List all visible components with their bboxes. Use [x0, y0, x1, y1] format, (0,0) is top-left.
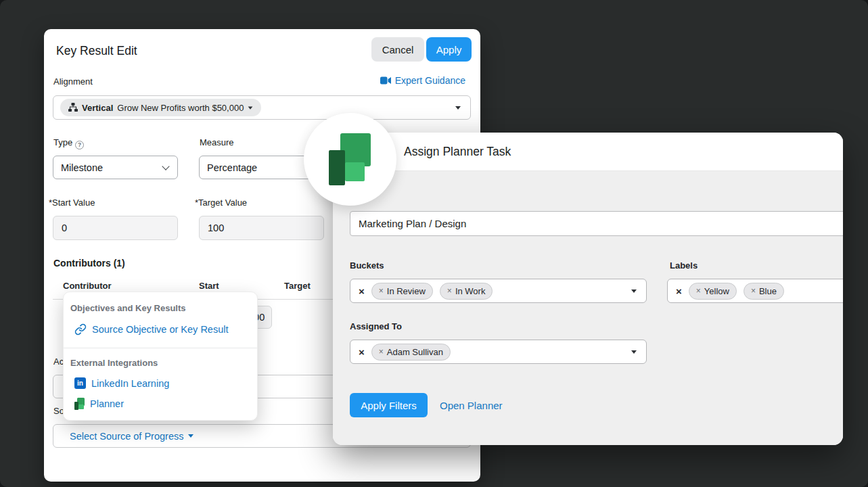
- contributors-heading: Contributors (1): [53, 258, 125, 269]
- planner-modal-title: Assign Planner Task: [404, 145, 511, 159]
- alignment-dropdown[interactable]: Vertical Grow New Profits worth $50,000: [53, 95, 471, 120]
- label-pill-label: Yellow: [704, 286, 729, 296]
- external-section-heading: External Integrations: [70, 358, 158, 368]
- remove-pill-icon[interactable]: ×: [751, 287, 756, 295]
- assigned-pill-label: Adam Sullivan: [387, 347, 443, 357]
- remove-pill-icon[interactable]: ×: [379, 287, 384, 295]
- task-name-input[interactable]: Marketing Plan / Design: [350, 211, 843, 236]
- buckets-label: Buckets: [350, 260, 384, 271]
- modal-title: Key Result Edit: [56, 44, 137, 58]
- clear-labels-button[interactable]: ×: [676, 286, 682, 296]
- source-objective-label: Source Objective or Key Result: [92, 324, 228, 335]
- video-camera-icon: [380, 76, 391, 85]
- column-header-target: Target: [284, 281, 311, 291]
- apply-button[interactable]: Apply: [426, 37, 472, 62]
- help-icon[interactable]: ?: [75, 141, 84, 149]
- bucket-pill-label: In Review: [387, 286, 426, 296]
- caret-down-icon: [188, 434, 193, 438]
- assigned-pill[interactable]: × Adam Sullivan: [371, 344, 451, 361]
- start-value-label: *Start Value: [49, 198, 95, 208]
- caret-down-icon: [631, 350, 637, 354]
- bucket-pill-label: In Work: [455, 286, 486, 296]
- planner-link[interactable]: Planner: [74, 398, 124, 410]
- type-label: Type?: [53, 137, 84, 149]
- planner-label: Planner: [90, 398, 124, 409]
- planner-logo-tile: [329, 150, 345, 185]
- caret-down-icon: [631, 289, 637, 293]
- target-value-input[interactable]: 100: [199, 216, 324, 240]
- type-select-value: Milestone: [61, 162, 103, 173]
- alignment-label: Alignment: [53, 76, 93, 87]
- assigned-to-label: Assigned To: [350, 321, 402, 331]
- labels-label: Labels: [670, 260, 698, 271]
- remove-pill-icon[interactable]: ×: [696, 287, 701, 295]
- remove-pill-icon[interactable]: ×: [447, 287, 452, 295]
- planner-icon: [74, 398, 85, 410]
- source-menu-popup: Objectives and Key Results Source Object…: [63, 292, 258, 421]
- assign-planner-task-modal: Assign Planner Task Marketing Plan / Des…: [333, 133, 843, 445]
- measure-label: Measure: [200, 137, 234, 147]
- alignment-type-value: Vertical: [82, 103, 113, 113]
- caret-down-icon: [455, 106, 461, 110]
- label-pill-label: Blue: [759, 286, 777, 296]
- measure-select-value: Percentage: [207, 162, 257, 173]
- labels-multiselect[interactable]: × × Yellow × Blue: [667, 279, 843, 303]
- caret-down-icon: [248, 106, 253, 109]
- alignment-objective-value: Grow New Profits worth $50,000: [117, 103, 244, 113]
- clear-buckets-button[interactable]: ×: [359, 286, 365, 296]
- apply-filters-button[interactable]: Apply Filters: [350, 393, 428, 417]
- bucket-pill[interactable]: × In Review: [371, 283, 433, 300]
- menu-divider: [64, 348, 257, 348]
- select-source-label: Select Source of Progress: [70, 431, 183, 442]
- buckets-multiselect[interactable]: × × In Review × In Work: [350, 279, 647, 303]
- planner-modal-body: Marketing Plan / Design Buckets × × In R…: [333, 171, 843, 445]
- label-pill[interactable]: × Blue: [744, 283, 784, 300]
- label-pill[interactable]: × Yellow: [689, 283, 737, 300]
- open-planner-link[interactable]: Open Planner: [440, 393, 503, 417]
- remove-pill-icon[interactable]: ×: [379, 348, 384, 356]
- column-header-start: Start: [199, 281, 219, 291]
- type-select[interactable]: Milestone: [53, 156, 178, 179]
- planner-logo: [329, 133, 371, 185]
- link-icon: [74, 323, 87, 335]
- alignment-selected-pill[interactable]: Vertical Grow New Profits worth $50,000: [60, 99, 261, 116]
- start-value-input[interactable]: 0: [53, 216, 178, 240]
- column-header-contributor: Contributor: [63, 281, 111, 291]
- org-chart-icon: [68, 103, 78, 112]
- cancel-button[interactable]: Cancel: [371, 37, 424, 62]
- planner-logo-badge: [304, 113, 396, 206]
- linkedin-learning-link[interactable]: in LinkedIn Learning: [74, 377, 169, 389]
- assigned-to-multiselect[interactable]: × × Adam Sullivan: [350, 340, 647, 364]
- bucket-pill[interactable]: × In Work: [440, 283, 493, 300]
- expert-guidance-link[interactable]: Expert Guidance: [380, 75, 465, 86]
- planner-modal-header: Assign Planner Task: [333, 133, 843, 171]
- clear-assigned-button[interactable]: ×: [359, 347, 365, 357]
- planner-logo-tile: [345, 162, 365, 181]
- actions-label-truncated: Ac: [53, 356, 64, 367]
- linkedin-learning-label: LinkedIn Learning: [91, 378, 169, 389]
- expert-guidance-label: Expert Guidance: [395, 75, 465, 86]
- okr-section-heading: Objectives and Key Results: [70, 303, 186, 313]
- linkedin-icon: in: [74, 377, 86, 389]
- chevron-down-icon: [162, 162, 169, 170]
- type-label-text: Type: [53, 137, 72, 147]
- screenshot-stage: Key Result Edit Cancel Apply Alignment E…: [0, 0, 868, 487]
- target-value-label: *Target Value: [195, 198, 247, 208]
- source-objective-link[interactable]: Source Objective or Key Result: [74, 323, 228, 335]
